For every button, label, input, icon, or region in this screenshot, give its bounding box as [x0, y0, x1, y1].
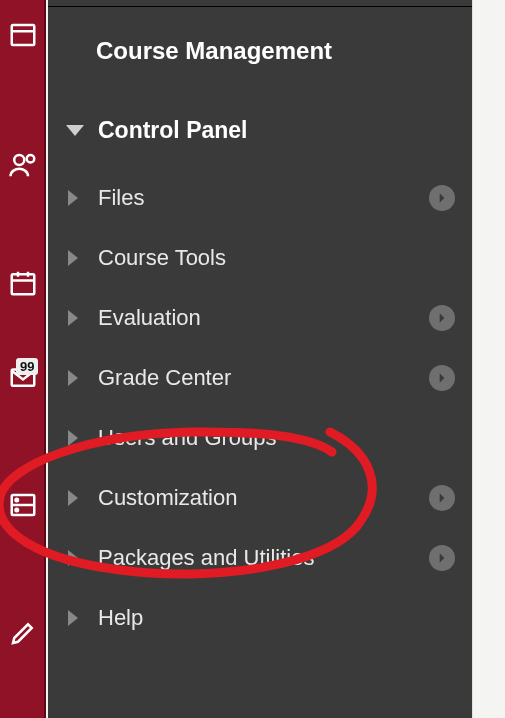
- control-panel-label: Control Panel: [98, 117, 248, 144]
- chevron-right-icon: [68, 190, 78, 206]
- nav-item-label: Customization: [98, 485, 237, 511]
- section-title: Course Management: [48, 37, 473, 65]
- chevron-right-icon: [68, 370, 78, 386]
- chevron-down-icon: [66, 125, 84, 136]
- nav-item-label: Files: [98, 185, 144, 211]
- chevron-right-icon: [68, 490, 78, 506]
- chevron-right-icon: [68, 310, 78, 326]
- control-panel-header[interactable]: Control Panel: [48, 117, 473, 144]
- svg-point-2: [14, 155, 24, 165]
- nav-item-packages-and-utilities[interactable]: Packages and Utilities: [48, 528, 473, 588]
- chevron-right-icon: [68, 430, 78, 446]
- svg-point-12: [16, 509, 19, 512]
- nav-item-help[interactable]: Help: [48, 588, 473, 648]
- go-arrow-icon[interactable]: [429, 485, 455, 511]
- nav-item-files[interactable]: Files: [48, 168, 473, 228]
- rail-mail-badge: 99: [16, 358, 38, 375]
- rail-edit-icon[interactable]: [8, 618, 38, 648]
- rail-book-icon[interactable]: [8, 20, 38, 50]
- svg-rect-0: [12, 25, 35, 45]
- course-management-panel: Course Management Control Panel Files Co…: [48, 0, 473, 718]
- rail-calendar-icon[interactable]: [8, 268, 38, 298]
- rail-users-icon[interactable]: [8, 150, 38, 180]
- nav-item-label: Packages and Utilities: [98, 545, 314, 571]
- nav-item-users-and-groups[interactable]: Users and Groups: [48, 408, 473, 468]
- nav-item-label: Help: [98, 605, 143, 631]
- nav-item-customization[interactable]: Customization: [48, 468, 473, 528]
- rail-storage-icon[interactable]: [8, 490, 38, 520]
- left-nav-rail: 99: [0, 0, 46, 718]
- nav-item-label: Grade Center: [98, 365, 231, 391]
- go-arrow-icon[interactable]: [429, 365, 455, 391]
- nav-item-label: Evaluation: [98, 305, 201, 331]
- nav-item-evaluation[interactable]: Evaluation: [48, 288, 473, 348]
- nav-item-label: Users and Groups: [98, 425, 277, 451]
- panel-top-divider: [48, 6, 473, 7]
- chevron-right-icon: [68, 610, 78, 626]
- chevron-right-icon: [68, 250, 78, 266]
- svg-rect-4: [12, 274, 35, 294]
- go-arrow-icon[interactable]: [429, 545, 455, 571]
- go-arrow-icon[interactable]: [429, 305, 455, 331]
- nav-item-grade-center[interactable]: Grade Center: [48, 348, 473, 408]
- chevron-right-icon: [68, 550, 78, 566]
- svg-point-11: [16, 499, 19, 502]
- right-gutter: [472, 0, 505, 718]
- nav-item-label: Course Tools: [98, 245, 226, 271]
- go-arrow-icon[interactable]: [429, 185, 455, 211]
- svg-point-3: [27, 155, 35, 163]
- nav-item-course-tools[interactable]: Course Tools: [48, 228, 473, 288]
